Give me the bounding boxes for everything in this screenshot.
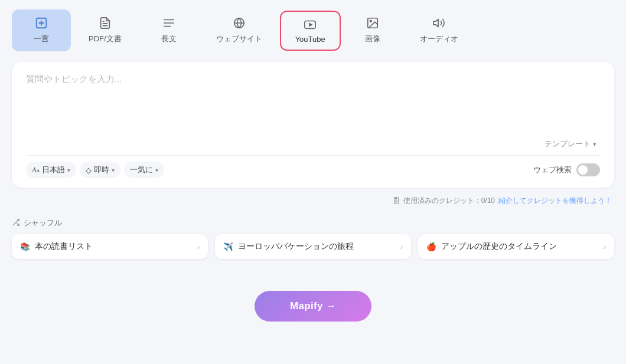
options-right: ウェブ検索 bbox=[533, 163, 600, 176]
suggestion-arrow-2: › bbox=[604, 242, 606, 251]
suggestion-text-0: 本の読書リスト bbox=[35, 241, 93, 252]
web-search-label: ウェブ検索 bbox=[533, 165, 572, 175]
suggestion-left-2: 🍎 アップルの歴史のタイムライン bbox=[426, 241, 557, 252]
tab-website-label: ウェブサイト bbox=[216, 34, 262, 44]
shuffle-text: シャッフル bbox=[24, 218, 62, 228]
svg-point-12 bbox=[370, 20, 371, 22]
database-icon: 🗄 bbox=[393, 197, 400, 205]
language-label: 日本語 bbox=[42, 165, 65, 175]
tab-choubun-label: 長文 bbox=[161, 34, 177, 44]
shuffle-label-row: シャッフル bbox=[12, 218, 614, 228]
svg-marker-10 bbox=[309, 22, 312, 27]
audio-icon bbox=[432, 17, 445, 31]
speed-option[interactable]: ◇ 即時 ▾ bbox=[80, 162, 120, 178]
tab-youtube[interactable]: YouTube bbox=[280, 11, 341, 51]
suggestion-emoji-0: 📚 bbox=[20, 242, 30, 251]
chevron-down-icon: ▾ bbox=[593, 140, 596, 148]
tab-audio-label: オーディオ bbox=[420, 34, 458, 44]
speed-icon: ◇ bbox=[86, 166, 92, 175]
tab-image[interactable]: 画像 bbox=[343, 9, 402, 51]
credits-row: 🗄 使用済みのクレジット：0/10 紹介してクレジットを獲得しよう！ bbox=[12, 196, 614, 206]
suggestion-text-1: ヨーロッパバケーションの旅程 bbox=[238, 241, 354, 252]
web-search-toggle[interactable] bbox=[576, 163, 600, 176]
tab-choubun[interactable]: 長文 bbox=[139, 9, 198, 51]
toggle-slider bbox=[576, 163, 600, 176]
shuffle-section: シャッフル 📚 本の読書リスト › ✈️ ヨーロッパバケーションの旅程 › � bbox=[12, 218, 614, 259]
pdf-icon bbox=[99, 17, 112, 31]
page-wrapper: 一言 PDF/文書 長文 bbox=[0, 0, 626, 364]
tab-image-label: 画像 bbox=[365, 34, 380, 44]
suggestion-left-1: ✈️ ヨーロッパバケーションの旅程 bbox=[223, 241, 354, 252]
mapify-label: Mapify → bbox=[290, 300, 336, 312]
suggestion-text-2: アップルの歴史のタイムライン bbox=[441, 241, 557, 252]
speed-chevron-icon: ▾ bbox=[112, 167, 115, 173]
template-button[interactable]: テンプレート ▾ bbox=[541, 137, 600, 150]
style-chevron-icon: ▾ bbox=[155, 167, 158, 173]
tab-youtube-label: YouTube bbox=[295, 35, 325, 44]
tab-ichigen[interactable]: 一言 bbox=[12, 9, 71, 51]
svg-marker-13 bbox=[433, 19, 438, 27]
tab-pdf-label: PDF/文書 bbox=[89, 34, 122, 44]
suggestions-row: 📚 本の読書リスト › ✈️ ヨーロッパバケーションの旅程 › 🍎 アップルの歴… bbox=[12, 234, 614, 259]
suggestion-left-0: 📚 本の読書リスト bbox=[20, 241, 93, 252]
svg-point-1 bbox=[40, 22, 43, 24]
credits-link[interactable]: 紹介してクレジットを獲得しよう！ bbox=[498, 196, 612, 206]
suggestion-card-2[interactable]: 🍎 アップルの歴史のタイムライン › bbox=[418, 234, 614, 259]
tab-ichigen-label: 一言 bbox=[34, 34, 49, 44]
template-row: テンプレート ▾ bbox=[26, 137, 600, 150]
suggestion-card-1[interactable]: ✈️ ヨーロッパバケーションの旅程 › bbox=[215, 234, 411, 259]
suggestion-arrow-0: › bbox=[197, 242, 200, 251]
choubun-icon bbox=[162, 17, 175, 31]
ichigen-icon bbox=[35, 17, 48, 31]
credits-text: 使用済みのクレジット：0/10 bbox=[403, 196, 495, 206]
youtube-icon bbox=[304, 18, 317, 32]
options-left: 𝐴ₐ 日本語 ▾ ◇ 即時 ▾ 一気に ▾ bbox=[26, 162, 164, 178]
tab-bar: 一言 PDF/文書 長文 bbox=[12, 9, 614, 51]
mapify-button[interactable]: Mapify → bbox=[255, 291, 371, 322]
style-label: 一気に bbox=[130, 165, 153, 175]
website-icon bbox=[233, 17, 246, 31]
tab-audio[interactable]: オーディオ bbox=[405, 9, 474, 51]
speed-label: 即時 bbox=[94, 165, 109, 175]
template-label: テンプレート bbox=[545, 139, 591, 149]
style-option[interactable]: 一気に ▾ bbox=[124, 162, 164, 178]
suggestion-arrow-1: › bbox=[400, 242, 403, 251]
main-content: テンプレート ▾ 𝐴ₐ 日本語 ▾ ◇ 即時 ▾ 一気に ▾ bbox=[12, 62, 614, 188]
language-chevron-icon: ▾ bbox=[67, 167, 70, 173]
options-row: 𝐴ₐ 日本語 ▾ ◇ 即時 ▾ 一気に ▾ ウェブ検索 bbox=[26, 155, 600, 178]
language-option[interactable]: 𝐴ₐ 日本語 ▾ bbox=[26, 162, 76, 178]
shuffle-icon bbox=[12, 218, 20, 228]
mapify-btn-row: Mapify → bbox=[12, 291, 614, 322]
image-icon bbox=[366, 17, 379, 31]
translate-icon: 𝐴ₐ bbox=[32, 165, 40, 175]
suggestion-emoji-1: ✈️ bbox=[223, 242, 233, 251]
question-input[interactable] bbox=[26, 74, 600, 133]
suggestion-emoji-2: 🍎 bbox=[426, 242, 436, 251]
tab-website[interactable]: ウェブサイト bbox=[201, 9, 278, 51]
tab-pdf[interactable]: PDF/文書 bbox=[73, 9, 137, 51]
suggestion-card-0[interactable]: 📚 本の読書リスト › bbox=[12, 234, 208, 259]
